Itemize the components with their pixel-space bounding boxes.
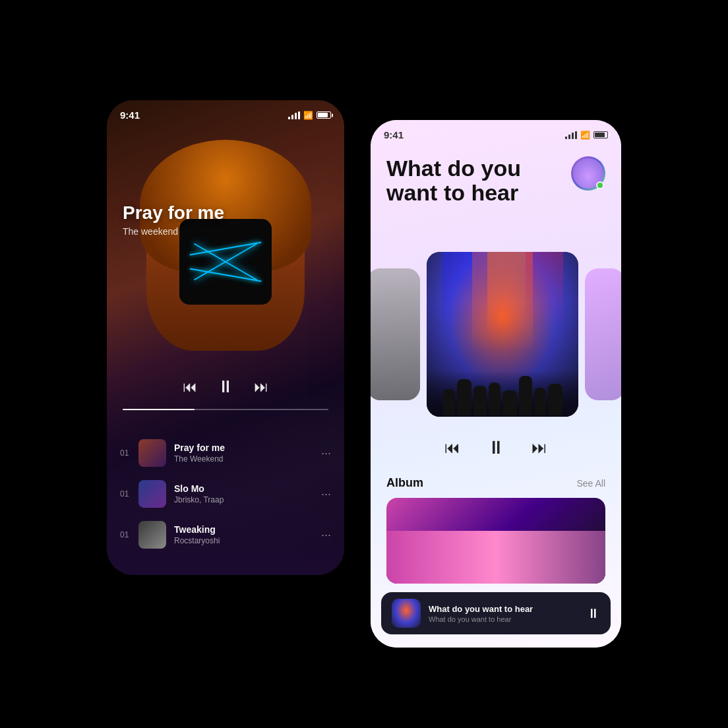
track-info-1: Pray for me The Weekend	[174, 442, 313, 464]
more-icon-1[interactable]: ···	[321, 446, 331, 460]
track-num-1: 01	[120, 448, 131, 458]
crowd-p3	[473, 386, 487, 415]
progress-bar[interactable]	[123, 409, 328, 410]
mini-thumb	[392, 599, 421, 628]
right-battery	[593, 131, 608, 138]
progress-fill	[123, 409, 195, 410]
phone-right: 9:41 📶 What do you want to hear	[371, 120, 621, 648]
next-button[interactable]: ⏭	[254, 379, 268, 396]
crowd-p6	[519, 376, 532, 415]
more-icon-2[interactable]: ···	[321, 487, 331, 501]
table-row[interactable]: 01 Tweaking Rocstaryoshi ···	[107, 514, 344, 555]
mini-title: What do you want to hear	[429, 604, 579, 614]
online-indicator	[596, 181, 604, 189]
crowd-figures	[427, 376, 578, 417]
left-controls: ⏮ ⏸ ⏭	[107, 377, 344, 397]
table-row[interactable]: 01 Slo Mo Jbrisko, Traap ···	[107, 473, 344, 514]
carousel-card-main[interactable]	[427, 252, 578, 417]
track-num-3: 01	[120, 530, 131, 539]
song-artist: The weekend	[123, 226, 224, 237]
track-name-2: Slo Mo	[174, 483, 313, 494]
playlist: 01 Pray for me The Weekend ··· 01 Slo Mo…	[107, 433, 344, 555]
neon-line-3	[190, 241, 262, 255]
mini-player[interactable]: What do you want to hear What do you wan…	[381, 592, 611, 634]
battery-fill	[318, 113, 328, 117]
right-pause-button[interactable]: ⏸	[487, 437, 505, 458]
track-thumb-2	[138, 480, 166, 508]
left-time: 9:41	[120, 109, 140, 121]
album-header: Album See All	[386, 476, 605, 490]
right-prev-button[interactable]: ⏮	[444, 439, 460, 457]
table-row[interactable]: 01 Pray for me The Weekend ···	[107, 433, 344, 473]
crowd-p4	[489, 382, 501, 415]
track-artist-2: Jbrisko, Traap	[174, 495, 313, 504]
header-area: What do you want to hear	[386, 156, 605, 206]
track-name-3: Tweaking	[174, 524, 313, 535]
light-ray-2	[442, 252, 487, 334]
scene: 9:41 📶 Pray for me The weekend ⏮ ⏸ ⏭	[0, 0, 728, 728]
left-status-icons: 📶	[288, 111, 331, 120]
right-wifi-icon: 📶	[580, 131, 590, 140]
wifi-icon: 📶	[303, 111, 313, 120]
song-title: Pray for me	[123, 202, 224, 224]
mini-info: What do you want to hear What do you wan…	[429, 604, 579, 623]
phone-left: 9:41 📶 Pray for me The weekend ⏮ ⏸ ⏭	[107, 100, 344, 575]
battery-icon	[317, 111, 331, 119]
track-thumb-3	[138, 521, 166, 549]
prev-button[interactable]: ⏮	[183, 379, 197, 396]
see-all-button[interactable]: See All	[576, 478, 605, 489]
more-icon-3[interactable]: ···	[321, 528, 331, 542]
avatar[interactable]	[571, 156, 605, 191]
pause-button[interactable]: ⏸	[217, 377, 234, 397]
album-section: Album See All	[386, 476, 605, 584]
crowd-p1	[443, 389, 455, 415]
song-title-area: Pray for me The weekend	[123, 202, 224, 237]
right-status-icons: 📶	[565, 131, 608, 140]
carousel-card-right[interactable]	[585, 268, 621, 400]
right-player-controls: ⏮ ⏸ ⏭	[371, 437, 621, 458]
right-status-bar: 9:41 📶	[384, 129, 608, 140]
mini-subtitle: What do you want to hear	[429, 615, 579, 623]
track-thumb-1	[138, 439, 166, 467]
page-title: What do you want to hear	[386, 156, 558, 206]
right-signal	[565, 131, 577, 139]
album-art-bottom	[386, 531, 605, 584]
crowd	[427, 371, 578, 417]
track-name-1: Pray for me	[174, 442, 313, 453]
right-battery-fill	[595, 133, 605, 137]
track-artist-1: The Weekend	[174, 454, 313, 464]
mini-thumb-art	[392, 599, 421, 628]
light-ray-3	[526, 252, 564, 326]
left-card-bg	[371, 268, 420, 400]
crowd-p5	[502, 390, 517, 415]
right-time: 9:41	[384, 129, 404, 140]
carousel	[371, 252, 621, 417]
carousel-card-left[interactable]	[371, 268, 420, 400]
album-card[interactable]	[386, 498, 605, 584]
signal-bars	[288, 111, 300, 119]
neon-design	[189, 229, 262, 295]
crowd-p7	[534, 388, 546, 415]
track-info-3: Tweaking Rocstaryoshi	[174, 524, 313, 545]
album-label: Album	[386, 476, 423, 490]
crowd-p2	[457, 379, 471, 415]
track-info-2: Slo Mo Jbrisko, Traap	[174, 483, 313, 504]
right-next-button[interactable]: ⏭	[531, 439, 547, 457]
track-num-2: 01	[120, 489, 131, 499]
mini-pause-button[interactable]: ⏸	[587, 606, 600, 621]
left-status-bar: 9:41 📶	[120, 109, 331, 121]
track-artist-3: Rocstaryoshi	[174, 536, 313, 545]
crowd-p8	[548, 384, 562, 415]
